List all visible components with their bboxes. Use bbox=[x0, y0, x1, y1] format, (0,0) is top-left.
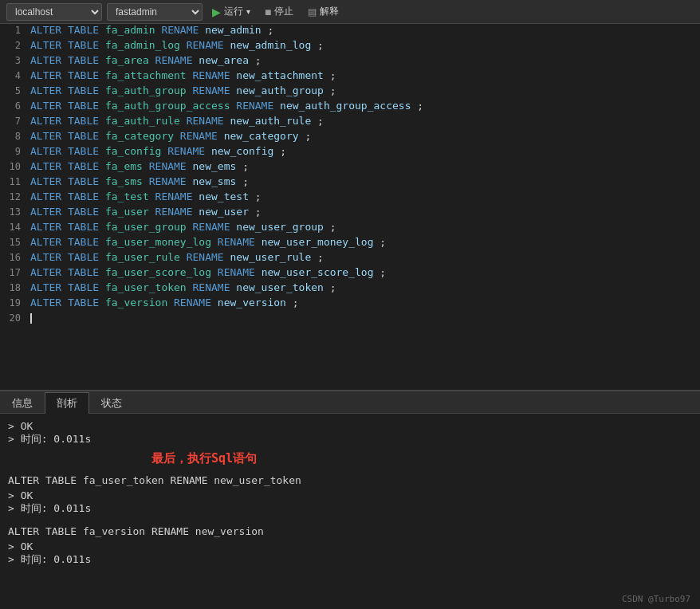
code-line-1: 1ALTER TABLE fa_admin RENAME new_admin ; bbox=[0, 24, 700, 39]
keyword: ALTER bbox=[30, 191, 61, 202]
keyword: RENAME bbox=[155, 54, 193, 66]
line-content: ALTER TABLE fa_user_rule RENAME new_user… bbox=[30, 251, 700, 263]
line-content: ALTER TABLE fa_user RENAME new_user ; bbox=[30, 206, 700, 218]
stop-button[interactable]: ■ 停止 bbox=[260, 3, 298, 20]
line-content: ALTER TABLE fa_auth_rule RENAME new_auth… bbox=[30, 115, 700, 127]
run-icon: ▶ bbox=[212, 6, 221, 18]
semicolon: ; bbox=[242, 160, 249, 172]
keyword: TABLE bbox=[68, 191, 99, 202]
db-select[interactable]: fastadmin bbox=[107, 3, 203, 21]
keyword: TABLE bbox=[68, 266, 99, 278]
line-content: ALTER TABLE fa_user_group RENAME new_use… bbox=[30, 221, 700, 233]
keyword: TABLE bbox=[68, 297, 99, 308]
keyword: TABLE bbox=[68, 130, 99, 142]
new-name: new_sms bbox=[193, 175, 237, 187]
keyword: RENAME bbox=[218, 266, 255, 278]
keyword: ALTER bbox=[30, 115, 61, 127]
output-sql: ALTER TABLE fa_user_token RENAME new_use… bbox=[8, 474, 692, 486]
keyword: ALTER bbox=[30, 160, 61, 172]
line-number: 3 bbox=[0, 55, 30, 66]
semicolon: ; bbox=[317, 115, 324, 127]
output-ok: > OK bbox=[8, 489, 692, 501]
table-name: fa_user_money_log bbox=[105, 236, 211, 248]
output-ok: > OK bbox=[8, 420, 692, 432]
code-line-7: 7ALTER TABLE fa_auth_rule RENAME new_aut… bbox=[0, 115, 700, 130]
keyword: TABLE bbox=[68, 24, 99, 36]
output-area: > OK> 时间: 0.011s最后，执行Sql语句ALTER TABLE fa… bbox=[0, 414, 700, 609]
semicolon: ; bbox=[293, 297, 299, 308]
new-name: new_user_token bbox=[236, 281, 324, 293]
keyword: TABLE bbox=[68, 251, 99, 263]
code-line-3: 3ALTER TABLE fa_area RENAME new_area ; bbox=[0, 54, 700, 69]
semicolon: ; bbox=[379, 266, 386, 278]
keyword: ALTER bbox=[30, 24, 61, 36]
line-content: ALTER TABLE fa_auth_group_access RENAME … bbox=[30, 100, 700, 112]
tab-状态[interactable]: 状态 bbox=[89, 392, 134, 414]
tabs-row: 信息剖析状态 bbox=[0, 391, 700, 414]
output-sql: ALTER TABLE fa_version RENAME new_versio… bbox=[8, 525, 692, 537]
table-name: fa_auth_rule bbox=[105, 115, 180, 127]
line-number: 20 bbox=[0, 312, 30, 324]
keyword: TABLE bbox=[68, 206, 99, 218]
tab-信息[interactable]: 信息 bbox=[0, 392, 45, 414]
line-number: 9 bbox=[0, 146, 30, 157]
code-line-15: 15ALTER TABLE fa_user_money_log RENAME n… bbox=[0, 236, 700, 251]
code-line-6: 6ALTER TABLE fa_auth_group_access RENAME… bbox=[0, 100, 700, 115]
keyword: RENAME bbox=[155, 206, 193, 218]
code-line-12: 12ALTER TABLE fa_test RENAME new_test ; bbox=[0, 191, 700, 206]
keyword: TABLE bbox=[68, 236, 99, 248]
table-name: fa_user bbox=[105, 206, 149, 218]
table-name: fa_auth_group_access bbox=[105, 100, 230, 112]
line-content: ALTER TABLE fa_attachment RENAME new_att… bbox=[30, 69, 700, 81]
code-line-20: 20 bbox=[0, 312, 700, 327]
keyword: ALTER bbox=[30, 236, 61, 248]
keyword: ALTER bbox=[30, 100, 61, 112]
bottom-panel: 信息剖析状态 > OK> 时间: 0.011s最后，执行Sql语句ALTER T… bbox=[0, 391, 700, 609]
new-name: new_area bbox=[199, 54, 249, 66]
run-dropdown-icon[interactable]: ▾ bbox=[246, 7, 250, 16]
keyword: RENAME bbox=[187, 39, 224, 51]
semicolon: ; bbox=[242, 175, 249, 187]
line-content: ALTER TABLE fa_admin_log RENAME new_admi… bbox=[30, 39, 700, 51]
line-content: ALTER TABLE fa_user_money_log RENAME new… bbox=[30, 236, 700, 248]
new-name: new_user_score_log bbox=[262, 266, 374, 278]
run-button[interactable]: ▶ 运行 ▾ bbox=[207, 3, 255, 20]
output-block: ALTER TABLE fa_version RENAME new_versio… bbox=[8, 525, 692, 567]
code-line-5: 5ALTER TABLE fa_auth_group RENAME new_au… bbox=[0, 84, 700, 100]
editor-area[interactable]: 1ALTER TABLE fa_admin RENAME new_admin ;… bbox=[0, 24, 700, 391]
new-name: new_category bbox=[224, 130, 299, 142]
keyword: ALTER bbox=[30, 175, 61, 187]
new-name: new_user_rule bbox=[230, 251, 311, 263]
keyword: ALTER bbox=[30, 69, 61, 81]
table-name: fa_user_token bbox=[105, 281, 187, 293]
keyword: RENAME bbox=[149, 160, 187, 172]
stop-label: 停止 bbox=[274, 5, 293, 18]
keyword: TABLE bbox=[68, 54, 99, 66]
semicolon: ; bbox=[317, 251, 324, 263]
explain-button[interactable]: ▤ 解释 bbox=[303, 3, 344, 20]
keyword: TABLE bbox=[68, 145, 99, 157]
keyword: ALTER bbox=[30, 266, 61, 278]
tab-剖析[interactable]: 剖析 bbox=[45, 392, 89, 414]
table-name: fa_ems bbox=[105, 160, 143, 172]
toolbar: localhost fastadmin ▶ 运行 ▾ ■ 停止 ▤ 解释 bbox=[0, 0, 700, 24]
keyword: TABLE bbox=[68, 69, 99, 81]
keyword: ALTER bbox=[30, 297, 61, 308]
table-name: fa_admin_log bbox=[105, 39, 180, 51]
table-name: fa_version bbox=[105, 297, 167, 308]
table-name: fa_user_group bbox=[105, 221, 187, 233]
keyword: ALTER bbox=[30, 54, 61, 66]
keyword: RENAME bbox=[187, 251, 224, 263]
keyword: ALTER bbox=[30, 130, 61, 142]
host-select[interactable]: localhost bbox=[6, 3, 102, 21]
semicolon: ; bbox=[379, 236, 386, 248]
table-name: fa_test bbox=[105, 191, 149, 202]
line-number: 18 bbox=[0, 282, 30, 293]
new-name: new_user_money_log bbox=[262, 236, 374, 248]
table-name: fa_user_score_log bbox=[105, 266, 211, 278]
watermark: CSDN @Turbo97 bbox=[622, 594, 690, 604]
line-content: ALTER TABLE fa_admin RENAME new_admin ; bbox=[30, 24, 700, 36]
new-name: new_auth_group bbox=[236, 84, 324, 96]
line-number: 6 bbox=[0, 100, 30, 112]
keyword: ALTER bbox=[30, 84, 61, 96]
